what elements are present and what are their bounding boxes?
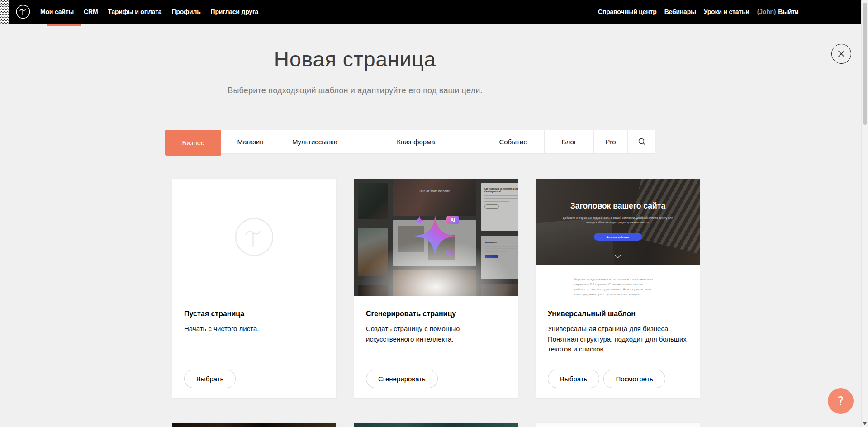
universal-template-preview: Заголовок вашего сайта Добавьте интересн… bbox=[536, 179, 700, 296]
template-body-text: Коротко представьтесь и расскажите о ком… bbox=[574, 277, 667, 296]
blank-page-preview bbox=[172, 179, 336, 296]
card-description: Начать с чистого листа. bbox=[184, 324, 324, 334]
help-button[interactable]: ? bbox=[828, 388, 854, 414]
template-text-section: Коротко представьтесь и расскажите о ком… bbox=[536, 265, 700, 296]
card-body: Пустая страница Начать с чистого листа. … bbox=[172, 296, 336, 398]
page-subtitle: Выберите подходящий шаблон и адаптируйте… bbox=[174, 86, 536, 95]
template-card-partial[interactable] bbox=[172, 423, 336, 427]
card-body: Универсальный шаблон Универсальная стран… bbox=[536, 296, 700, 398]
nav-invite-friend[interactable]: Пригласи друга bbox=[211, 8, 259, 15]
tab-shop[interactable]: Магазин bbox=[221, 130, 280, 153]
tilda-ghost-logo-icon bbox=[235, 218, 274, 256]
template-card-universal[interactable]: Заголовок вашего сайта Добавьте интересн… bbox=[536, 179, 700, 398]
tab-pro[interactable]: Pro bbox=[594, 130, 628, 153]
card-description: Универсальная страница для бизнеса. Поня… bbox=[548, 324, 688, 355]
card-title: Пустая страница bbox=[184, 310, 324, 318]
card-title: Сгенерировать страницу bbox=[366, 310, 506, 318]
nav-lessons-articles[interactable]: Уроки и статьи bbox=[704, 8, 749, 15]
card-buttons: Выбрать Посмотреть bbox=[548, 370, 665, 388]
account-area: (John) Выйти bbox=[757, 8, 799, 15]
close-icon bbox=[832, 44, 851, 64]
ai-sparkle-icon bbox=[354, 179, 518, 296]
template-card-partial[interactable] bbox=[536, 423, 700, 427]
card-buttons: Сгенерировать bbox=[366, 370, 438, 388]
zigzag-pattern bbox=[0, 0, 9, 24]
logout-button[interactable]: Выйти bbox=[778, 8, 798, 15]
secondary-nav: Справочный центр Вебинары Уроки и статьи… bbox=[598, 0, 798, 24]
template-hero: Заголовок вашего сайта Добавьте интересн… bbox=[536, 179, 700, 265]
nav-webinars[interactable]: Вебинары bbox=[664, 8, 696, 15]
scrollbar[interactable] bbox=[861, 0, 868, 427]
tab-blog[interactable]: Блог bbox=[545, 130, 594, 153]
scroll-down-arrow[interactable] bbox=[863, 422, 867, 425]
tab-event[interactable]: Событие bbox=[482, 130, 545, 153]
template-card-partial[interactable] bbox=[354, 423, 518, 427]
ai-generate-preview: Title of Your Website Get your house in … bbox=[354, 179, 518, 296]
nav-help-center[interactable]: Справочный центр bbox=[598, 8, 657, 15]
user-name: (John) bbox=[757, 8, 776, 15]
top-nav: Мои сайты CRM Тарифы и оплата Профиль Пр… bbox=[0, 0, 861, 24]
new-page-dialog: Мои сайты CRM Тарифы и оплата Профиль Пр… bbox=[0, 0, 868, 427]
choose-button[interactable]: Выбрать bbox=[548, 370, 599, 388]
nav-crm[interactable]: CRM bbox=[84, 8, 98, 15]
template-cta-button: Целевое действие bbox=[594, 233, 642, 241]
generate-button[interactable]: Сгенерировать bbox=[366, 370, 438, 388]
nav-plans-payment[interactable]: Тарифы и оплата bbox=[108, 8, 161, 15]
nav-profile[interactable]: Профиль bbox=[171, 8, 200, 15]
choose-button[interactable]: Выбрать bbox=[184, 370, 236, 388]
preview-button[interactable]: Посмотреть bbox=[603, 370, 665, 388]
chevron-down-icon bbox=[615, 252, 621, 260]
card-body: Сгенерировать страницу Создать страницу … bbox=[354, 296, 518, 398]
page-title: Новая страница bbox=[174, 47, 536, 71]
tab-multilink[interactable]: Мультиссылка bbox=[280, 130, 350, 153]
scrollbar-thumb[interactable] bbox=[863, 3, 867, 125]
card-buttons: Выбрать bbox=[184, 370, 236, 388]
tilda-logo[interactable] bbox=[16, 5, 30, 19]
template-card-blank-page[interactable]: Пустая страница Начать с чистого листа. … bbox=[172, 179, 336, 398]
template-category-tabs: Бизнес Магазин Мультиссылка Квиз-форма С… bbox=[165, 130, 655, 153]
tab-quiz-form[interactable]: Квиз-форма bbox=[350, 130, 482, 153]
nav-my-sites[interactable]: Мои сайты bbox=[40, 8, 74, 15]
template-hero-subtitle: Добавьте интересные подробности о вашей … bbox=[561, 216, 674, 225]
tab-search[interactable] bbox=[628, 130, 655, 153]
template-hero-title: Заголовок вашего сайта bbox=[536, 201, 700, 211]
primary-nav: Мои сайты CRM Тарифы и оплата Профиль Пр… bbox=[40, 0, 258, 24]
ai-badge: AI bbox=[446, 216, 459, 224]
close-button[interactable] bbox=[831, 44, 851, 64]
search-icon bbox=[637, 137, 646, 146]
active-nav-indicator bbox=[47, 24, 81, 26]
template-card-ai-generate[interactable]: Title of Your Website Get your house in … bbox=[354, 179, 518, 398]
card-title: Универсальный шаблон bbox=[548, 310, 688, 318]
tab-business[interactable]: Бизнес bbox=[165, 130, 221, 156]
card-description: Создать страницу с помощью искусственног… bbox=[366, 324, 506, 344]
